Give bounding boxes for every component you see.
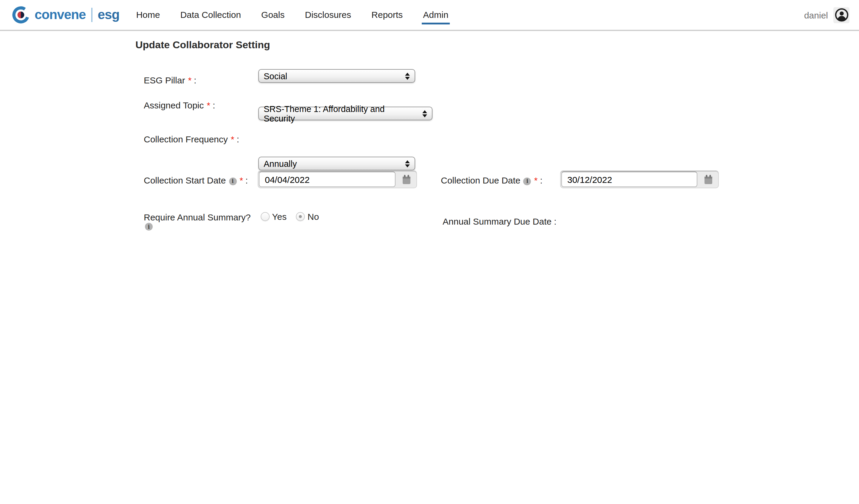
collection-frequency-select[interactable]: Annually <box>258 157 415 170</box>
colon: : <box>554 216 556 226</box>
convene-esg-logo[interactable]: convene esg <box>12 6 119 24</box>
app-root: convene esg Home Data Collection Goals D… <box>0 0 859 252</box>
brand-divider <box>91 8 92 22</box>
required-mark: * <box>207 100 210 110</box>
colon: : <box>194 75 196 85</box>
collection-start-date-label-text: Collection Start Date <box>144 175 226 185</box>
nav-item-data-collection[interactable]: Data Collection <box>179 7 242 24</box>
info-icon[interactable]: i <box>524 177 531 185</box>
nav-item-admin[interactable]: Admin <box>422 7 450 24</box>
info-icon[interactable]: i <box>229 177 237 185</box>
assigned-topic-select[interactable]: SRS-Theme 1: Affordability and Security <box>258 107 433 120</box>
assigned-topic-label-text: Assigned Topic <box>144 100 204 110</box>
radio-no-label[interactable]: No <box>307 211 319 222</box>
annual-summary-due-date-label-text: Annual Summary Due Date <box>442 216 552 226</box>
collection-start-date-label: Collection Start Datei*: <box>144 175 248 185</box>
radio-yes[interactable] <box>261 212 270 221</box>
user-area: daniel <box>804 7 849 23</box>
collection-frequency-selected-value: Annually <box>264 159 297 168</box>
esg-pillar-selected-value: Social <box>264 71 287 81</box>
collection-frequency-label: Collection Frequency*: <box>144 134 239 144</box>
calendar-icon[interactable] <box>396 171 417 188</box>
assigned-topic-selected-value: SRS-Theme 1: Affordability and Security <box>264 104 418 123</box>
required-mark: * <box>534 175 538 185</box>
main-nav: Home Data Collection Goals Disclosures R… <box>135 0 450 30</box>
required-mark: * <box>240 175 243 185</box>
collection-due-date-input[interactable] <box>561 172 697 187</box>
collection-frequency-label-text: Collection Frequency <box>144 134 228 144</box>
colon: : <box>237 134 239 144</box>
assigned-topic-label: Assigned Topic*: <box>144 100 215 110</box>
convene-logo-icon <box>12 6 30 24</box>
info-icon[interactable]: i <box>145 223 153 231</box>
require-annual-summary-radio-group: Yes No <box>261 211 326 222</box>
radio-yes-label[interactable]: Yes <box>272 211 287 222</box>
nav-item-disclosures[interactable]: Disclosures <box>304 7 352 24</box>
colon: : <box>213 100 215 110</box>
required-mark: * <box>188 75 192 85</box>
colon: : <box>540 175 543 185</box>
top-navigation-bar: convene esg Home Data Collection Goals D… <box>0 0 859 31</box>
collection-due-date-group <box>560 170 719 188</box>
require-annual-summary-label: Require Annual Summary? <box>144 212 251 222</box>
require-annual-summary-label-text: Require Annual Summary? <box>144 212 251 222</box>
select-arrows-icon <box>405 73 410 80</box>
select-arrows-icon <box>405 160 410 167</box>
collection-start-date-group <box>258 170 417 188</box>
user-avatar-icon[interactable] <box>833 7 849 23</box>
page-title: Update Collaborator Setting <box>135 39 270 51</box>
calendar-icon[interactable] <box>698 171 718 188</box>
logged-in-user-name: daniel <box>804 10 828 20</box>
nav-item-reports[interactable]: Reports <box>370 7 404 24</box>
annual-summary-due-date-label: Annual Summary Due Date: <box>442 216 557 226</box>
product-name: esg <box>98 7 120 22</box>
nav-item-home[interactable]: Home <box>135 7 161 24</box>
collection-due-date-label-text: Collection Due Date <box>441 175 521 185</box>
brand-name: convene <box>35 7 86 22</box>
colon: : <box>245 175 248 185</box>
select-arrows-icon <box>422 110 427 117</box>
esg-pillar-select[interactable]: Social <box>258 69 415 83</box>
required-mark: * <box>231 134 235 144</box>
nav-item-goals[interactable]: Goals <box>260 7 286 24</box>
esg-pillar-label: ESG Pillar*: <box>144 75 196 85</box>
radio-no[interactable] <box>296 212 305 221</box>
collection-start-date-input[interactable] <box>259 172 395 187</box>
esg-pillar-label-text: ESG Pillar <box>144 75 185 85</box>
collection-due-date-label: Collection Due Datei*: <box>441 175 543 185</box>
